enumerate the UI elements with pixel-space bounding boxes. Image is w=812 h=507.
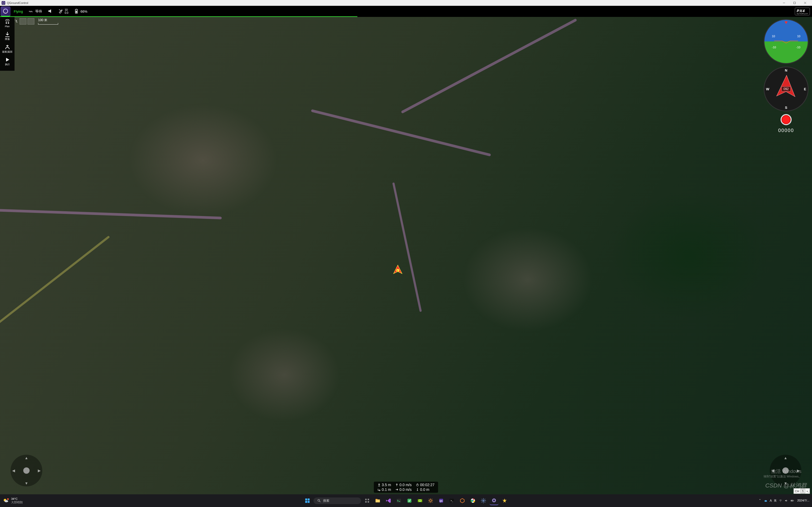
tray-chevron-icon[interactable]: ˄ xyxy=(759,499,761,503)
svg-rect-27 xyxy=(308,499,309,500)
svg-rect-56 xyxy=(794,500,794,501)
wifi-icon[interactable] xyxy=(779,499,782,503)
record-button[interactable] xyxy=(780,114,792,125)
taskbar-app-generic[interactable] xyxy=(405,496,414,505)
taskbar-app-gear[interactable] xyxy=(426,496,435,505)
svg-point-21 xyxy=(417,489,418,489)
svg-rect-32 xyxy=(365,499,367,500)
plan-button[interactable]: Plan xyxy=(4,18,11,28)
record-counter: 00000 xyxy=(778,128,794,133)
map-satellite-layer xyxy=(0,17,812,494)
taskbar-clock[interactable]: 2024/7/... xyxy=(797,499,809,502)
land-button[interactable]: 降落 xyxy=(4,31,11,41)
svg-marker-15 xyxy=(784,21,788,24)
svg-rect-35 xyxy=(368,501,369,503)
ime-toolbar[interactable]: CH 五 •, xyxy=(794,488,810,494)
svg-rect-26 xyxy=(305,499,307,500)
instrument-panel: 1010 -10-10 N E S W 092 00000 xyxy=(762,19,810,133)
map-scale: 100 米 xyxy=(38,18,58,24)
battery-tray-icon[interactable] xyxy=(790,499,794,503)
compass-indicator[interactable]: N E S W 092 xyxy=(764,66,809,111)
taskbar-app-cmd[interactable]: >_ xyxy=(447,496,456,505)
svg-rect-34 xyxy=(365,501,367,503)
flight-mode-indicator[interactable]: Flying xyxy=(11,6,26,17)
virtual-joystick-left[interactable]: ▲▼◀▶ xyxy=(11,455,42,487)
windows-taskbar[interactable]: 1 34°C 大部晴朗 搜索 QC >_ ˄ A 英 xyxy=(0,494,812,507)
onedrive-icon[interactable] xyxy=(764,499,768,503)
svg-text:QC: QC xyxy=(440,500,443,502)
weather-icon: 1 xyxy=(3,498,9,504)
taskbar-app-nvidia[interactable] xyxy=(415,496,424,505)
heading-value: 092 xyxy=(781,87,791,91)
taskbar-app-explorer[interactable] xyxy=(373,496,382,505)
svg-point-42 xyxy=(429,500,432,501)
arm-status[interactable]: 等待 xyxy=(26,6,45,17)
svg-text:>_: >_ xyxy=(450,499,453,502)
system-tray[interactable]: A 英 xyxy=(764,499,794,503)
vspeed-value: 0.0 m/s xyxy=(395,483,412,487)
taskbar-app-settings[interactable] xyxy=(479,496,488,505)
gps-status[interactable]: 10 0.0 xyxy=(55,6,71,17)
taskbar-app-chrome[interactable] xyxy=(468,496,477,505)
vehicle-marker[interactable]: L xyxy=(393,265,403,275)
svg-rect-38 xyxy=(397,499,401,503)
window-close-button[interactable] xyxy=(800,0,810,6)
window-titlebar: QGroundControl xyxy=(0,0,812,6)
battery-pct: 66% xyxy=(81,9,88,13)
map-tool-button[interactable] xyxy=(28,18,34,24)
taskbar-app-gazebo[interactable] xyxy=(458,496,467,505)
window-title: QGroundControl xyxy=(7,1,28,4)
roll-pointer-icon xyxy=(784,20,788,25)
svg-point-49 xyxy=(483,500,484,501)
start-button[interactable] xyxy=(303,496,312,505)
app-toolbar: Flying 等待 10 0.0 66% PX4 AUTOPILOT xyxy=(0,6,812,17)
telemetry-bar[interactable]: 3.5 m 0.0 m/s 00:02:27 0.1 m 0.0 m/s 0.0… xyxy=(374,482,438,493)
map-tool-button[interactable] xyxy=(19,18,27,24)
taskbar-app-qgc-alt[interactable]: QC xyxy=(437,496,446,505)
svg-rect-29 xyxy=(308,501,309,503)
weather-temp: 34°C xyxy=(11,497,23,500)
svg-marker-52 xyxy=(503,499,507,503)
volume-icon[interactable] xyxy=(784,499,788,503)
qgc-logo-button[interactable] xyxy=(1,6,11,16)
fly-label: 飞 xyxy=(14,19,17,23)
aircraft-symbol-icon xyxy=(773,38,799,45)
vehicle-brand: PX4 AUTOPILOT xyxy=(795,8,810,15)
battery-status[interactable]: 66% xyxy=(71,6,90,17)
weather-desc: 大部晴朗 xyxy=(11,500,23,504)
fly-tool-strip: Plan 降落 返航|返回 执行 xyxy=(0,17,14,71)
svg-rect-7 xyxy=(76,9,77,9)
svg-point-30 xyxy=(318,499,319,501)
map-view[interactable]: L Plan 降落 返航|返回 执行 飞 100 米 xyxy=(0,17,812,494)
ime-indicator[interactable]: 英 xyxy=(774,499,776,503)
language-indicator[interactable]: A xyxy=(770,499,772,503)
taskbar-app-star[interactable] xyxy=(500,496,509,505)
attitude-indicator[interactable]: 1010 -10-10 xyxy=(764,19,809,64)
search-icon xyxy=(317,499,321,503)
satellite-icon xyxy=(58,8,63,14)
battery-icon xyxy=(74,8,79,14)
taskbar-search[interactable]: 搜索 xyxy=(313,498,361,504)
hspeed-value: 0.0 m/s xyxy=(395,488,412,492)
taskbar-app-qgc[interactable] xyxy=(490,496,499,505)
rtl-button[interactable]: 返航|返回 xyxy=(2,44,12,53)
sat-hdop: 0.0 xyxy=(65,11,68,14)
svg-rect-28 xyxy=(305,501,307,503)
svg-rect-33 xyxy=(368,499,369,500)
svg-point-53 xyxy=(764,500,767,502)
svg-text:L: L xyxy=(397,269,399,272)
taskbar-app-squares[interactable] xyxy=(363,496,372,505)
taskbar-weather[interactable]: 1 34°C 大部晴朗 xyxy=(3,497,23,504)
svg-rect-8 xyxy=(75,11,77,13)
taskbar-app-vs[interactable] xyxy=(384,496,393,505)
window-minimize-button[interactable] xyxy=(779,0,789,6)
svg-point-54 xyxy=(780,502,781,502)
signal-icon xyxy=(28,8,34,14)
windows-activation-watermark: 激活 Windows 转到"设置"以激活 Windows。 xyxy=(764,468,802,478)
svg-marker-16 xyxy=(776,75,796,97)
rc-status[interactable] xyxy=(45,6,55,17)
taskbar-app-terminal[interactable] xyxy=(394,496,403,505)
action-button[interactable]: 执行 xyxy=(4,57,11,66)
window-maximize-button[interactable] xyxy=(789,0,800,6)
svg-point-12 xyxy=(6,22,7,24)
